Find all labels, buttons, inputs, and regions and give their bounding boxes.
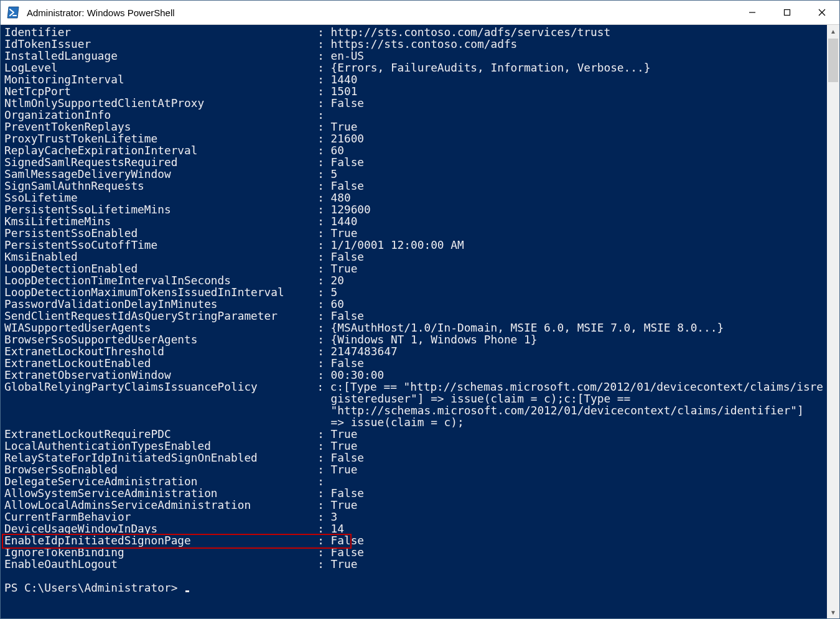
output-row: AllowSystemServiceAdministration: False	[4, 487, 823, 499]
property-value: False	[331, 180, 365, 192]
console-output[interactable]: Identifier: http://sts.contoso.com/adfs/…	[1, 25, 827, 618]
separator: :	[317, 192, 330, 203]
property-value: False	[331, 452, 365, 463]
property-key: LogLevel	[4, 62, 317, 73]
separator: :	[317, 85, 330, 97]
output-row: NtlmOnlySupportedClientAtProxy: False	[4, 97, 823, 109]
vertical-scrollbar[interactable]: ▲ ▼	[827, 25, 839, 618]
property-key: NtlmOnlySupportedClientAtProxy	[4, 97, 317, 109]
property-key: PersistentSsoEnabled	[4, 227, 317, 239]
property-key: PasswordValidationDelayInMinutes	[4, 298, 317, 310]
scroll-down-arrow[interactable]: ▼	[827, 606, 839, 618]
property-value: http://sts.contoso.com/adfs/services/tru…	[331, 26, 611, 38]
close-button[interactable]	[805, 1, 839, 24]
output-row: PasswordValidationDelayInMinutes: 60	[4, 298, 823, 310]
property-value: 129600	[331, 203, 371, 215]
property-value: True	[331, 121, 358, 133]
output-row: ExtranetLockoutRequirePDC: True	[4, 428, 823, 440]
property-value: False	[331, 97, 365, 109]
window-title: Administrator: Windows PowerShell	[27, 7, 735, 18]
output-row: BrowserSsoEnabled: True	[4, 463, 823, 475]
output-row: PersistentSsoEnabled: True	[4, 227, 823, 239]
property-key: MonitoringInterval	[4, 73, 317, 85]
separator: :	[317, 534, 330, 546]
output-row: EnableOauthLogout: True	[4, 558, 823, 570]
property-key: AllowSystemServiceAdministration	[4, 487, 317, 499]
separator: :	[317, 38, 330, 50]
output-row: DelegateServiceAdministration:	[4, 475, 823, 487]
output-row: Identifier: http://sts.contoso.com/adfs/…	[4, 26, 823, 38]
output-row: LoopDetectionMaximumTokensIssuedInInterv…	[4, 286, 823, 298]
property-value: False	[331, 487, 365, 499]
property-key: RelayStateForIdpInitiatedSignOnEnabled	[4, 452, 317, 463]
separator: :	[317, 369, 330, 381]
property-key: CurrentFarmBehavior	[4, 511, 317, 523]
output-row: LocalAuthenticationTypesEnabled: True	[4, 440, 823, 452]
separator: :	[317, 168, 330, 180]
property-value: 00:30:00	[331, 369, 385, 381]
output-row: ProxyTrustTokenLifetime: 21600	[4, 133, 823, 144]
prompt-row[interactable]: PS C:\Users\Administrator>	[4, 582, 823, 593]
separator: :	[317, 511, 330, 523]
separator: :	[317, 50, 330, 62]
scroll-up-arrow[interactable]: ▲	[827, 25, 839, 37]
property-key: PersistentSsoCutoffTime	[4, 239, 317, 251]
output-row: RelayStateForIdpInitiatedSignOnEnabled: …	[4, 452, 823, 463]
output-row: NetTcpPort: 1501	[4, 85, 823, 97]
separator: :	[317, 428, 330, 440]
property-value: 1440	[331, 215, 358, 227]
output-row: SignSamlAuthnRequests: False	[4, 180, 823, 192]
property-key: ExtranetObservationWindow	[4, 369, 317, 381]
separator: :	[317, 121, 330, 133]
cursor	[185, 582, 189, 592]
separator: :	[317, 558, 330, 570]
property-key: LocalAuthenticationTypesEnabled	[4, 440, 317, 452]
property-value: True	[331, 499, 358, 511]
window-controls	[735, 1, 839, 24]
property-key: SendClientRequestIdAsQueryStringParamete…	[4, 310, 317, 322]
output-row: KmsiLifetimeMins: 1440	[4, 215, 823, 227]
property-value: 480	[331, 192, 351, 203]
separator: :	[317, 499, 330, 511]
maximize-button[interactable]	[770, 1, 805, 24]
property-value: True	[331, 263, 358, 274]
separator: :	[317, 463, 330, 475]
separator: :	[317, 452, 330, 463]
output-row: SsoLifetime: 480	[4, 192, 823, 203]
output-row: PersistentSsoCutoffTime: 1/1/0001 12:00:…	[4, 239, 823, 251]
property-value: True	[331, 558, 358, 570]
separator: :	[317, 156, 330, 168]
property-key: LoopDetectionTimeIntervalInSeconds	[4, 274, 317, 286]
separator: :	[317, 333, 330, 345]
separator: :	[317, 345, 330, 357]
property-value: 20	[331, 274, 344, 286]
property-value-continuation: "http://schemas.microsoft.com/2012/01/de…	[4, 404, 804, 416]
output-row: CurrentFarmBehavior: 3	[4, 511, 823, 523]
property-value: 60	[331, 144, 344, 156]
titlebar[interactable]: Administrator: Windows PowerShell	[1, 1, 839, 25]
property-key: PersistentSsoLifetimeMins	[4, 203, 317, 215]
property-value: {Windows NT 1, Windows Phone 1}	[331, 333, 538, 345]
separator: :	[317, 487, 330, 499]
property-value: 5	[331, 286, 338, 298]
property-value: {Errors, FailureAudits, Information, Ver…	[331, 62, 651, 73]
separator: :	[317, 263, 330, 274]
output-row: SendClientRequestIdAsQueryStringParamete…	[4, 310, 823, 322]
minimize-button[interactable]	[735, 1, 770, 24]
property-key: BrowserSsoSupportedUserAgents	[4, 333, 317, 345]
output-row: PersistentSsoLifetimeMins: 129600	[4, 203, 823, 215]
property-value: 1/1/0001 12:00:00 AM	[331, 239, 464, 251]
prompt-text: PS C:\Users\Administrator>	[4, 582, 184, 593]
client-area: Identifier: http://sts.contoso.com/adfs/…	[1, 25, 839, 618]
output-row: ExtranetObservationWindow: 00:30:00	[4, 369, 823, 381]
separator: :	[317, 97, 330, 109]
property-value: False	[331, 546, 365, 558]
scroll-thumb[interactable]	[828, 39, 838, 82]
output-row-continuation: => issue(claim = c);	[4, 416, 823, 428]
property-value: 60	[331, 298, 344, 310]
property-value: {MSAuthHost/1.0/In-Domain, MSIE 6.0, MSI…	[331, 322, 724, 333]
output-row: OrganizationInfo:	[4, 109, 823, 121]
property-key: SignedSamlRequestsRequired	[4, 156, 317, 168]
property-key: LoopDetectionMaximumTokensIssuedInInterv…	[4, 286, 317, 298]
output-row: PreventTokenReplays: True	[4, 121, 823, 133]
